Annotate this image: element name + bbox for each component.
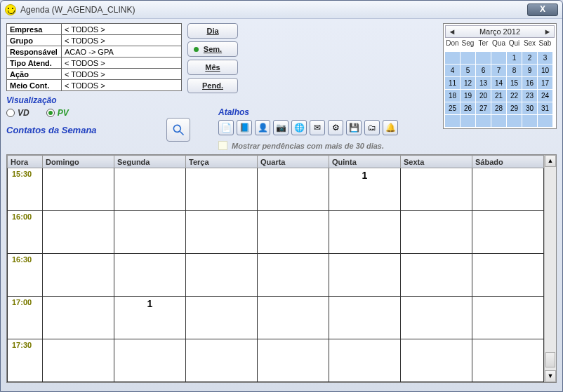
view-btn-sem[interactable]: Sem. [187,41,238,57]
close-button[interactable]: X [527,4,558,16]
cal-day[interactable]: 22 [507,90,522,102]
schedule-cell[interactable] [329,297,401,339]
filter-value[interactable]: ACAO -> GPA [62,46,182,58]
schedule-cell[interactable] [186,339,258,382]
shortcut-8[interactable]: 🗂 [364,120,380,135]
schedule-cell[interactable] [401,339,472,382]
cal-day[interactable]: 28 [491,102,506,114]
cal-day[interactable]: 25 [445,102,460,114]
radio-vd[interactable]: VD [6,108,29,118]
schedule-cell[interactable] [43,168,114,211]
schedule-cell[interactable] [186,168,258,211]
scroll-track[interactable] [545,167,556,370]
shortcut-0[interactable]: 📄 [218,120,234,135]
cal-day[interactable]: 26 [461,102,475,114]
cal-day[interactable]: 13 [476,77,491,89]
filter-value[interactable]: < TODOS > [62,35,182,46]
shortcut-4[interactable]: 🌐 [291,120,307,135]
schedule-cell[interactable] [43,339,114,382]
radio-icon[interactable] [6,109,15,117]
schedule-cell[interactable] [186,297,258,339]
scroll-down-button[interactable]: ▼ [545,370,556,382]
view-btn-mês[interactable]: Mês [187,60,238,75]
schedule-cell[interactable]: 1 [329,168,401,211]
schedule-cell[interactable] [43,211,114,254]
cal-day[interactable]: 15 [507,77,522,89]
cal-day[interactable]: 14 [491,77,506,89]
shortcut-7[interactable]: 💾 [346,120,362,135]
cal-day[interactable]: 31 [538,102,552,114]
schedule-cell[interactable] [472,211,544,254]
schedule-cell[interactable] [329,211,401,254]
schedule-cell[interactable] [472,168,544,211]
cal-day[interactable]: 10 [538,65,552,76]
cal-day[interactable]: 20 [476,90,491,102]
shortcut-1[interactable]: 📘 [237,120,252,135]
filter-value[interactable]: < TODOS > [62,58,182,69]
schedule-cell[interactable] [43,297,114,339]
schedule-cell[interactable] [472,339,544,382]
filter-value[interactable]: < TODOS > [62,24,182,35]
cal-day[interactable]: 24 [538,90,552,102]
shortcut-9[interactable]: 🔔 [383,120,398,135]
schedule-cell[interactable] [258,254,329,297]
schedule-cell[interactable] [258,297,329,339]
schedule-cell[interactable] [258,168,329,211]
cal-day[interactable]: 21 [491,90,506,102]
schedule-cell[interactable]: 1 [114,297,186,339]
cal-day[interactable]: 6 [476,65,491,76]
shortcut-6[interactable]: ⚙ [328,120,343,135]
cal-day[interactable]: 30 [522,102,537,114]
search-button[interactable] [166,118,190,142]
cal-day[interactable]: 3 [538,52,552,64]
schedule-cell[interactable] [401,168,472,211]
shortcut-5[interactable]: ✉ [310,120,325,135]
schedule-cell[interactable] [186,254,258,297]
cal-day[interactable]: 8 [507,65,522,76]
shortcut-2[interactable]: 👤 [255,120,270,135]
cal-day[interactable]: 23 [522,90,537,102]
cal-day[interactable]: 29 [507,102,522,114]
schedule-cell[interactable] [329,339,401,382]
schedule-cell[interactable] [472,254,544,297]
schedule-cell[interactable] [258,211,329,254]
cal-day[interactable]: 12 [461,77,475,89]
shortcut-3[interactable]: 📷 [273,120,289,135]
radio-icon[interactable] [46,109,55,117]
cal-day[interactable]: 7 [491,65,506,76]
view-btn-pend[interactable]: Pend. [187,78,238,93]
cal-day[interactable]: 16 [522,77,537,89]
cal-day[interactable]: 5 [461,65,475,76]
schedule-scrollbar[interactable]: ▲ ▼ [544,155,556,382]
cal-day[interactable]: 4 [445,65,460,76]
radio-pv[interactable]: PV [46,108,69,118]
schedule-cell[interactable] [472,297,544,339]
schedule-cell[interactable] [114,339,186,382]
cal-day[interactable]: 18 [445,90,460,102]
schedule-cell[interactable] [43,254,114,297]
schedule-cell[interactable] [114,168,186,211]
schedule-cell[interactable] [114,211,186,254]
cal-day[interactable]: 9 [522,65,537,76]
filter-value[interactable]: < TODOS > [62,80,182,91]
pendencia-checkbox[interactable] [218,141,227,150]
cal-day[interactable]: 19 [461,90,475,102]
cal-day[interactable]: 1 [507,52,522,64]
schedule-cell[interactable] [401,254,472,297]
schedule-cell[interactable] [329,254,401,297]
cal-day[interactable]: 27 [476,102,491,114]
schedule-cell[interactable] [258,339,329,382]
cal-next-button[interactable]: ► [543,27,552,36]
view-btn-dia[interactable]: Dia [187,23,238,39]
cal-day[interactable]: 11 [445,77,460,89]
scroll-thumb[interactable] [545,352,555,367]
schedule-cell[interactable] [114,254,186,297]
filter-value[interactable]: < TODOS > [62,69,182,80]
schedule-cell[interactable] [401,211,472,254]
schedule-cell[interactable] [186,211,258,254]
cal-day[interactable]: 2 [522,52,537,64]
cal-prev-button[interactable]: ◄ [447,27,457,36]
scroll-up-button[interactable]: ▲ [545,155,556,167]
cal-day[interactable]: 17 [538,77,552,89]
schedule-cell[interactable] [401,297,472,339]
